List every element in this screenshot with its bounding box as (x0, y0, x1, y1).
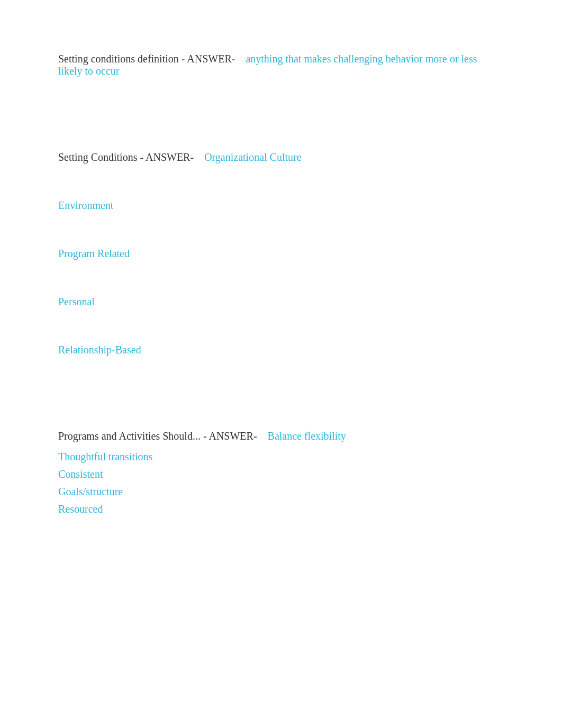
card3-question: Programs and Activities Should... - ANSW… (58, 430, 257, 442)
card2-answer-0: Organizational Culture (196, 151, 301, 163)
spacer6 (58, 388, 504, 420)
card1-answer-inline: anything that makes challenging (238, 53, 383, 65)
card-setting-conditions: Setting Conditions - ANSWER- Organizatio… (58, 141, 504, 367)
card3-answer-4: Resourced (58, 503, 504, 515)
card3-answer-3: Goals/structure (58, 486, 504, 498)
card2-answer-4: Relationship-Based (58, 344, 504, 356)
card3-content: Programs and Activities Should... - ANSW… (58, 430, 504, 442)
card2-content: Setting Conditions - ANSWER- Organizatio… (58, 151, 504, 163)
spacer2 (58, 163, 504, 195)
card3-answer-0: Balance flexibility (260, 430, 346, 442)
card-setting-conditions-definition: Setting conditions definition - ANSWER- … (58, 42, 504, 88)
card3-answer-1: Thoughtful transitions (58, 451, 504, 463)
card3-answer-2: Consistent (58, 468, 504, 480)
card-programs-activities: Programs and Activities Should... - ANSW… (58, 420, 504, 526)
card2-answer-2: Program Related (58, 248, 504, 260)
card1-content: Setting conditions definition - ANSWER- … (58, 53, 504, 77)
card2-answer-3: Personal (58, 296, 504, 308)
spacer4 (58, 260, 504, 292)
card1-question: Setting conditions definition - ANSWER- (58, 53, 235, 65)
card2-answer-1: Environment (58, 199, 504, 212)
card2-question: Setting Conditions - ANSWER- (58, 151, 194, 163)
spacer1 (58, 109, 504, 141)
spacer5 (58, 308, 504, 340)
spacer3 (58, 212, 504, 243)
